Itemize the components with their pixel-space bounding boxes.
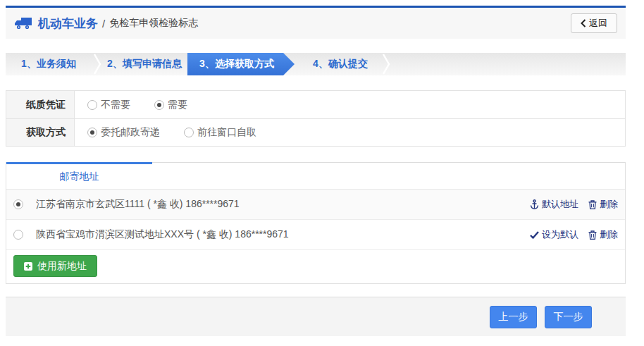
address-text: 陕西省宝鸡市渭滨区测试地址XXX号 ( *鑫 收) 186****9671 bbox=[36, 228, 289, 241]
radio-checked-icon[interactable] bbox=[87, 128, 97, 137]
next-step-button[interactable]: 下一步 bbox=[545, 306, 592, 328]
step-tab-1[interactable]: 1、业务须知 bbox=[6, 53, 92, 75]
tab-separator-icon bbox=[380, 53, 392, 75]
anchor-icon bbox=[530, 199, 539, 209]
delete-link-label: 删除 bbox=[600, 198, 618, 211]
page-container: 机动车业务 / 免检车申领检验标志 返回 1、业务须知 2、填写申请信息 3、选… bbox=[6, 6, 626, 336]
mailing-address-section: 邮寄地址 江苏省南京市玄武区1111 ( *鑫 收) 186****9671 默… bbox=[6, 162, 626, 284]
breadcrumb-separator: / bbox=[102, 18, 105, 30]
address-actions: 默认地址 删除 bbox=[530, 198, 618, 211]
bottom-action-bar: 上一步 下一步 bbox=[6, 297, 626, 336]
step-tab-4-label: 4、确认提交 bbox=[313, 58, 368, 70]
tab-gap bbox=[295, 53, 300, 75]
check-icon bbox=[530, 231, 539, 239]
chevron-left-icon bbox=[581, 19, 586, 27]
form-row-paper-cert: 纸质凭证 不需要 需要 bbox=[6, 91, 625, 118]
delete-address-link[interactable]: 删除 bbox=[588, 198, 618, 211]
form-value-paper-cert: 不需要 需要 bbox=[75, 91, 625, 118]
step-tabs: 1、业务须知 2、填写申请信息 3、选择获取方式 4、确认提交 bbox=[6, 53, 626, 75]
set-default-link[interactable]: 设为默认 bbox=[530, 228, 578, 241]
address-row-2[interactable]: 陕西省宝鸡市渭滨区测试地址XXX号 ( *鑫 收) 186****9671 设为… bbox=[6, 220, 625, 250]
form-row-delivery-method: 获取方式 委托邮政寄递 前往窗口自取 bbox=[6, 118, 625, 146]
address-radio-unchecked-icon[interactable] bbox=[13, 230, 23, 240]
address-row-1[interactable]: 江苏省南京市玄武区1111 ( *鑫 收) 186****9671 默认地址 bbox=[6, 190, 625, 220]
step-tab-3-active[interactable]: 3、选择获取方式 bbox=[187, 53, 295, 75]
form-value-delivery-method: 委托邮政寄递 前往窗口自取 bbox=[75, 119, 625, 146]
step-tab-4[interactable]: 4、确认提交 bbox=[300, 53, 380, 75]
default-address-badge[interactable]: 默认地址 bbox=[530, 198, 578, 211]
truck-icon bbox=[14, 16, 32, 30]
set-default-label: 设为默认 bbox=[542, 228, 578, 241]
delete-address-link[interactable]: 删除 bbox=[588, 228, 618, 241]
radio-label: 需要 bbox=[168, 99, 187, 111]
trash-icon bbox=[588, 200, 597, 209]
radio-label: 前往窗口自取 bbox=[197, 126, 256, 139]
delete-link-label: 删除 bbox=[600, 228, 618, 241]
radio-checked-icon[interactable] bbox=[154, 100, 164, 110]
plus-icon bbox=[24, 262, 32, 271]
address-text: 江苏省南京市玄武区1111 ( *鑫 收) 186****9671 bbox=[36, 198, 240, 211]
trash-icon bbox=[588, 230, 597, 240]
tab-separator-icon bbox=[92, 53, 103, 75]
address-tab-bar: 邮寄地址 bbox=[6, 162, 625, 190]
address-footer: 使用新地址 bbox=[6, 250, 625, 283]
use-new-address-button[interactable]: 使用新地址 bbox=[13, 255, 97, 277]
radio-option-postal-delivery[interactable]: 委托邮政寄递 bbox=[87, 126, 160, 139]
address-actions: 设为默认 删除 bbox=[530, 228, 618, 241]
step-tab-2[interactable]: 2、填写申请信息 bbox=[103, 53, 186, 75]
back-button-label: 返回 bbox=[589, 17, 607, 30]
form-label-delivery-method: 获取方式 bbox=[6, 119, 75, 146]
page-title: 机动车业务 bbox=[38, 16, 98, 32]
step-tab-1-label: 1、业务须知 bbox=[21, 58, 76, 70]
form-label-paper-cert: 纸质凭证 bbox=[6, 91, 75, 118]
back-button[interactable]: 返回 bbox=[571, 13, 617, 33]
radio-option-window-pickup[interactable]: 前往窗口自取 bbox=[184, 126, 256, 139]
use-new-address-label: 使用新地址 bbox=[37, 260, 87, 273]
page-header: 机动车业务 / 免检车申领检验标志 返回 bbox=[6, 8, 626, 39]
radio-option-need[interactable]: 需要 bbox=[154, 99, 187, 111]
step-tab-3-label: 3、选择获取方式 bbox=[199, 58, 274, 70]
radio-option-no-need[interactable]: 不需要 bbox=[87, 99, 130, 111]
radio-label: 不需要 bbox=[101, 99, 130, 111]
radio-unchecked-icon[interactable] bbox=[184, 128, 194, 137]
radio-label: 委托邮政寄递 bbox=[101, 126, 160, 139]
options-form: 纸质凭证 不需要 需要 获取方式 委托邮政寄递 bbox=[6, 90, 626, 147]
default-address-label: 默认地址 bbox=[542, 198, 578, 211]
radio-unchecked-icon[interactable] bbox=[87, 100, 97, 110]
tab-mailing-address[interactable]: 邮寄地址 bbox=[6, 162, 152, 189]
address-radio-checked-icon[interactable] bbox=[13, 199, 23, 209]
address-tab-bar-filler bbox=[152, 162, 625, 189]
previous-step-button[interactable]: 上一步 bbox=[490, 306, 537, 328]
breadcrumb-current: 免检车申领检验标志 bbox=[109, 17, 198, 30]
step-tab-2-label: 2、填写申请信息 bbox=[107, 58, 182, 70]
